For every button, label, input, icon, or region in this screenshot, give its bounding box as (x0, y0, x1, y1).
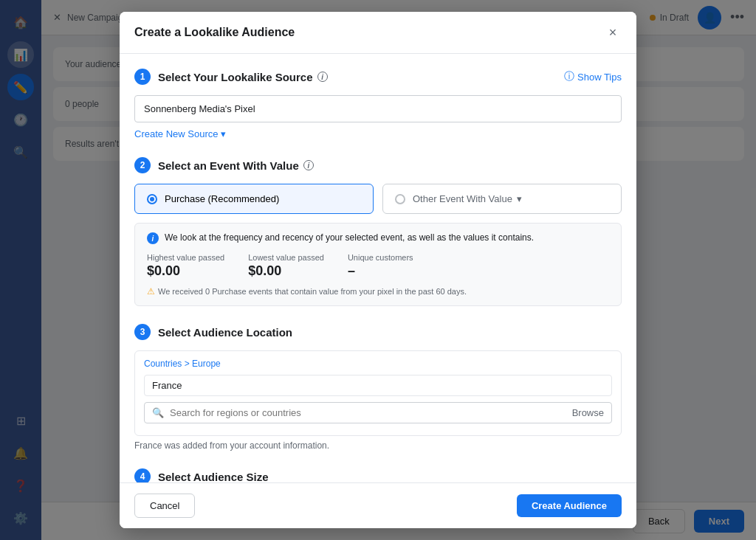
stat-lowest-value: $0.00 (248, 263, 324, 279)
modal-close-button[interactable]: × (604, 24, 622, 41)
event-info-notice: i We look at the frequency and recency o… (147, 232, 609, 244)
cancel-button[interactable]: Cancel (134, 494, 195, 518)
section-1: 1 Select Your Lookalike Source i ⓘ Show … (134, 69, 622, 139)
notice-info-icon: i (147, 232, 159, 244)
create-audience-button[interactable]: Create Audience (517, 494, 622, 517)
event-info-box: i We look at the frequency and recency o… (134, 223, 622, 306)
warning-icon: ⚠ (147, 286, 155, 297)
section-3-title: Select Audience Location (158, 326, 292, 339)
modal-footer: Cancel Create Audience (120, 482, 636, 528)
section-1-header: 1 Select Your Lookalike Source i ⓘ Show … (134, 69, 622, 85)
section-3: 3 Select Audience Location Countries > E… (134, 324, 622, 451)
dropdown-icon: ▾ (221, 128, 226, 139)
location-search-input[interactable] (170, 407, 566, 418)
stat-lowest-label: Lowest value passed (248, 253, 324, 262)
browse-button[interactable]: Browse (572, 407, 604, 418)
chevron-down-icon: ▾ (517, 193, 522, 204)
location-breadcrumb[interactable]: Countries > Europe (144, 359, 612, 369)
stat-highest-label: Highest value passed (147, 253, 224, 262)
event-footnote: ⚠ We received 0 Purchase events that con… (147, 286, 609, 297)
section-2-header: 2 Select an Event With Value i (134, 157, 622, 173)
location-search-row: 🔍 Browse (144, 402, 612, 423)
modal-title: Create a Lookalike Audience (134, 26, 295, 39)
radio-other (395, 194, 405, 204)
modal-header: Create a Lookalike Audience × (120, 12, 636, 54)
source-input[interactable] (134, 95, 622, 122)
stat-unique: Unique customers – (348, 253, 413, 279)
event-options: Purchase (Recommended) Other Event With … (134, 184, 622, 214)
stat-unique-value: – (348, 263, 413, 279)
modal-dialog: Create a Lookalike Audience × 1 Select Y… (120, 12, 636, 528)
section-1-title-row: Select Your Lookalike Source i ⓘ Show Ti… (158, 70, 622, 83)
section-1-title: Select Your Lookalike Source i (158, 71, 328, 83)
show-tips-link[interactable]: ⓘ Show Tips (564, 70, 622, 83)
stat-unique-label: Unique customers (348, 253, 413, 262)
radio-purchase (147, 194, 157, 204)
section-2-title: Select an Event With Value i (158, 159, 314, 172)
create-source-button[interactable]: Create New Source ▾ (134, 128, 226, 139)
modal-overlay: Create a Lookalike Audience × 1 Select Y… (0, 0, 756, 540)
section-3-header: 3 Select Audience Location (134, 324, 622, 340)
step-2-number: 2 (134, 157, 151, 173)
purchase-label: Purchase (Recommended) (165, 193, 279, 204)
stat-highest-value: $0.00 (147, 263, 224, 279)
location-note: France was added from your account infor… (134, 440, 622, 451)
location-france-tag: France (144, 375, 612, 396)
section-2: 2 Select an Event With Value i Purchase … (134, 157, 622, 306)
event-option-other[interactable]: Other Event With Value ▾ (382, 184, 622, 214)
section-4-title: Select Audience Size (158, 471, 269, 483)
step-1-number: 1 (134, 69, 151, 85)
modal-body: 1 Select Your Lookalike Source i ⓘ Show … (120, 54, 636, 528)
search-icon: 🔍 (152, 407, 164, 418)
other-event-select[interactable]: Other Event With Value ▾ (413, 193, 522, 204)
stat-highest: Highest value passed $0.00 (147, 253, 224, 279)
step-3-number: 3 (134, 324, 151, 340)
section-1-info-icon: i (317, 72, 328, 82)
location-box: Countries > Europe France 🔍 Browse (134, 350, 622, 436)
event-stats: Highest value passed $0.00 Lowest value … (147, 253, 609, 279)
event-option-purchase[interactable]: Purchase (Recommended) (134, 184, 374, 214)
stat-lowest: Lowest value passed $0.00 (248, 253, 324, 279)
section-2-info-icon: i (303, 160, 314, 170)
